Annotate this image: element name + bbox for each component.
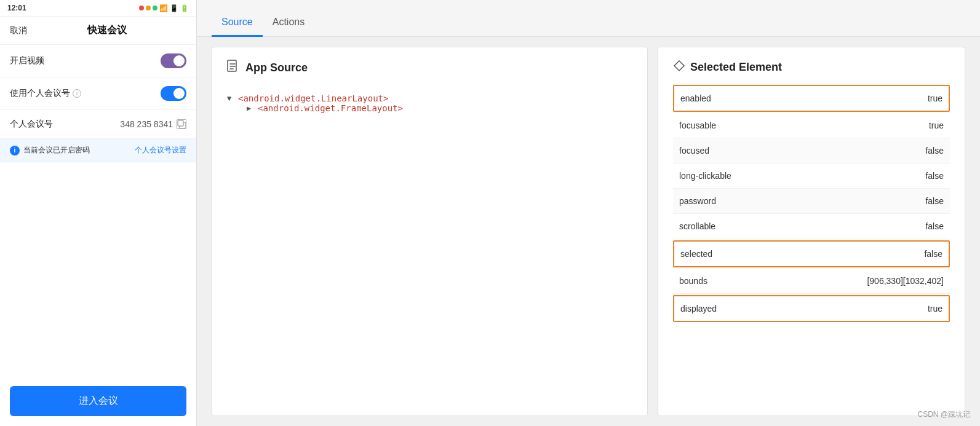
attr-row-password: passwordfalse: [673, 189, 950, 214]
source-panel: App Source ▼ <android.widget.LinearLayou…: [212, 47, 648, 416]
notice-info-icon: i: [10, 146, 20, 156]
meeting-id-row: 个人会议号 348 235 8341: [0, 110, 196, 139]
attr-list: enabledtruefocusabletruefocusedfalselong…: [673, 85, 950, 322]
status-dot-red: [139, 6, 144, 10]
status-dot-yellow: [146, 6, 151, 10]
attr-row-enabled: enabledtrue: [673, 85, 950, 112]
attr-value-password: false: [925, 196, 944, 206]
personal-meeting-toggle[interactable]: [161, 86, 186, 101]
attr-row-focused: focusedfalse: [673, 138, 950, 164]
tab-actions[interactable]: Actions: [263, 9, 314, 37]
selected-panel-title-text: Selected Element: [690, 61, 782, 74]
attr-name-selected: selected: [680, 249, 924, 259]
document-icon: [227, 60, 239, 76]
personal-meeting-label-sub: 使用个人会议号 i: [10, 88, 161, 99]
signal-icon: 📱: [170, 4, 178, 12]
status-time: 12:01: [7, 4, 26, 12]
personal-meeting-label: 使用个人会议号 i: [10, 88, 161, 99]
diamond-icon: [673, 60, 685, 75]
status-icons: 📶 📱 🔋: [139, 4, 189, 12]
frame-layout-tag[interactable]: <android.widget.FrameLayout>: [258, 103, 403, 113]
attr-name-bounds: bounds: [679, 276, 867, 286]
personal-meeting-setting-row: 使用个人会议号 i: [0, 77, 196, 110]
attr-name-displayed: displayed: [680, 304, 928, 314]
cancel-button[interactable]: 取消: [10, 25, 27, 36]
tree-node-linear-layout[interactable]: ▼ <android.widget.LinearLayout> ▶ <andro…: [227, 91, 632, 116]
copy-icon[interactable]: [177, 119, 186, 129]
wifi-icon: 📶: [159, 4, 168, 12]
source-tree: ▼ <android.widget.LinearLayout> ▶ <andro…: [227, 91, 632, 116]
phone-footer: 进入会议: [0, 376, 196, 426]
attr-value-bounds: [906,330][1032,402]: [867, 276, 944, 286]
attr-value-focused: false: [925, 146, 944, 156]
attr-name-password: password: [679, 196, 925, 206]
source-panel-title: App Source: [227, 60, 632, 76]
tree-node-row-frame[interactable]: ▶ <android.widget.FrameLayout>: [247, 103, 632, 113]
attr-value-displayed: true: [928, 304, 942, 314]
meeting-id-value: 348 235 8341: [120, 119, 173, 129]
attr-name-focused: focused: [679, 146, 925, 156]
attr-row-bounds: bounds[906,330][1032,402]: [673, 269, 950, 294]
tabs-bar: Source Actions: [197, 0, 980, 37]
phone-status-bar: 12:01 📶 📱 🔋: [0, 0, 196, 17]
right-area: Source Actions App Source ▼ <android.: [197, 0, 980, 426]
attr-value-enabled: true: [928, 93, 942, 103]
join-meeting-button[interactable]: 进入会议: [10, 386, 186, 416]
watermark: CSDN @踩坑记: [917, 409, 970, 420]
attr-row-long-clickable: long-clickablefalse: [673, 164, 950, 189]
notice-link[interactable]: 个人会议号设置: [135, 145, 186, 156]
svg-rect-2: [228, 60, 236, 71]
notice-row: i 当前会议已开启密码 个人会议号设置: [0, 139, 196, 162]
svg-rect-1: [178, 120, 183, 126]
tab-source[interactable]: Source: [212, 9, 263, 37]
attr-value-long-clickable: false: [925, 171, 944, 181]
video-setting-row: 开启视频: [0, 45, 196, 77]
phone-title: 快速会议: [27, 24, 186, 37]
battery-icon: 🔋: [180, 4, 189, 12]
notice-text: 当前会议已开启密码: [23, 145, 90, 156]
video-label: 开启视频: [10, 55, 161, 66]
phone-header: 取消 快速会议: [0, 17, 196, 45]
attr-row-displayed: displayedtrue: [673, 295, 950, 322]
video-toggle[interactable]: [161, 53, 186, 68]
attr-row-focusable: focusabletrue: [673, 113, 950, 138]
attr-value-selected: false: [924, 249, 942, 259]
main-content: App Source ▼ <android.widget.LinearLayou…: [197, 37, 980, 426]
attr-name-enabled: enabled: [680, 93, 928, 103]
attr-value-focusable: true: [929, 120, 944, 130]
meeting-id-label: 个人会议号: [10, 119, 120, 130]
attr-row-selected: selectedfalse: [673, 240, 950, 267]
source-panel-title-text: App Source: [245, 61, 308, 74]
phone-settings: 开启视频 使用个人会议号 i 个人会议号 348 235 8341: [0, 45, 196, 376]
attr-name-focusable: focusable: [679, 120, 929, 130]
attr-name-scrollable: scrollable: [679, 221, 925, 231]
attr-name-long-clickable: long-clickable: [679, 171, 925, 181]
info-icon[interactable]: i: [73, 89, 81, 98]
attr-row-scrollable: scrollablefalse: [673, 214, 950, 239]
tree-node-row-linear[interactable]: ▼ <android.widget.LinearLayout>: [227, 93, 632, 103]
phone-panel: 12:01 📶 📱 🔋 取消 快速会议 开启视频 使用个人会议号 i: [0, 0, 197, 426]
linear-layout-tag[interactable]: <android.widget.LinearLayout>: [238, 93, 388, 103]
tree-collapse-arrow[interactable]: ▶: [247, 104, 254, 112]
tree-child-frame: ▶ <android.widget.FrameLayout>: [247, 103, 632, 113]
selected-panel-title: Selected Element: [673, 60, 950, 75]
tree-expand-arrow[interactable]: ▼: [227, 94, 234, 103]
selected-panel: Selected Element enabledtruefocusabletru…: [658, 47, 965, 416]
status-dot-green: [153, 6, 157, 10]
notice-left: i 当前会议已开启密码: [10, 145, 90, 156]
attr-value-scrollable: false: [925, 221, 944, 231]
